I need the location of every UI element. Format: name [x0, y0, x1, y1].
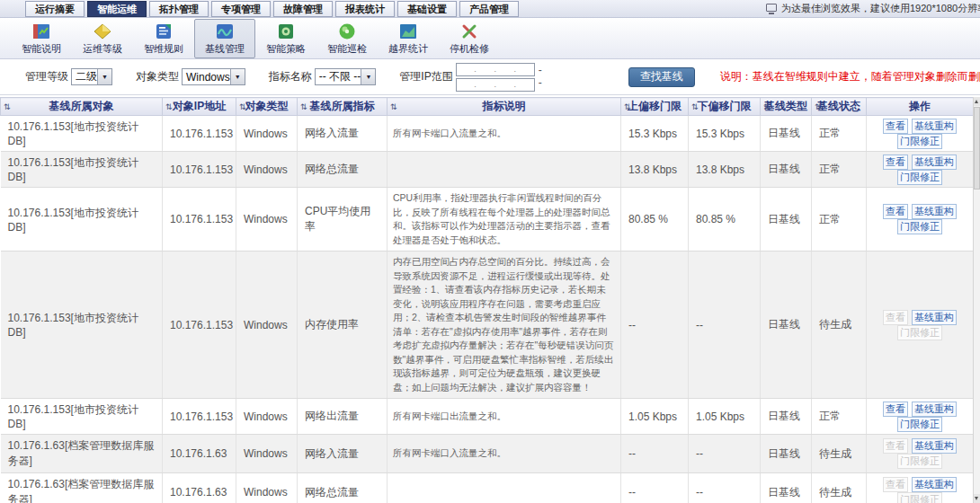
cell-ip: 10.176.1.153	[163, 116, 236, 152]
metric-name-select[interactable]: -- 不限 -- ▼	[315, 68, 377, 85]
rebuild-link[interactable]: 基线重构	[912, 154, 957, 170]
sort-icon[interactable]: ⇅	[165, 102, 173, 111]
rebuild-link[interactable]: 基线重构	[912, 119, 957, 134]
cell-upper: --	[621, 435, 689, 473]
toolbar-item-label: 智能策略	[266, 42, 306, 56]
object-type-label: 对象类型	[136, 69, 179, 84]
cell-actions: 查看基线重构门限修正	[867, 152, 974, 188]
view-link[interactable]: 查看	[883, 204, 908, 219]
nav-tab-0[interactable]: 运行摘要	[25, 1, 85, 17]
fix-link[interactable]: 门限修正	[897, 219, 942, 234]
view-link[interactable]: 查看	[883, 402, 908, 417]
cell-actions: 查看基线重构门限修正	[867, 188, 974, 252]
nav-tab-3[interactable]: 专项管理	[211, 1, 271, 17]
filter-bar: 管理等级 二级 ▼ 对象类型 Windows ▼ 指标名称 -- 不限 -- ▼…	[0, 59, 980, 95]
toolbar-item-2[interactable]: 智维规则	[133, 19, 194, 58]
col-header-6[interactable]: ⇅下偏移门限	[689, 98, 761, 116]
toolbar-item-1[interactable]: 运维等级	[72, 19, 133, 58]
nav-tab-4[interactable]: 故障管理	[273, 1, 333, 17]
cell-desc: 所有网卡端口入流量之和。	[388, 435, 621, 473]
table-row: 10.176.1.153[地市投资统计DB]10.176.1.153Window…	[1, 152, 974, 188]
col-header-1[interactable]: ⇅对象IP地址	[163, 98, 236, 116]
view-link: 查看	[883, 477, 908, 492]
toolbar-item-6[interactable]: 越界统计	[378, 19, 439, 58]
level-select-value: 二级	[72, 69, 97, 84]
view-link[interactable]: 查看	[883, 154, 908, 170]
toolbar-item-0[interactable]: 智能说明	[11, 19, 72, 58]
level-label: 管理等级	[25, 69, 68, 84]
scroll-thumb[interactable]	[974, 107, 980, 190]
cell-type: Windows	[236, 188, 298, 252]
cell-object: 10.176.1.63[档案管理数据库服务器]	[1, 435, 163, 473]
patrol-icon	[337, 22, 357, 41]
object-type-select-value: Windows	[183, 71, 230, 84]
nav-tab-2[interactable]: 拓扑管理	[149, 1, 209, 17]
cell-metric: 网络总流量	[298, 473, 388, 503]
cell-object: 10.176.1.153[地市投资统计DB]	[1, 252, 163, 399]
rebuild-link[interactable]: 基线重构	[912, 310, 957, 325]
cell-status: 正常	[812, 188, 867, 252]
fix-link: 门限修正	[897, 492, 942, 503]
ip-range-end-input[interactable]: ...	[456, 78, 535, 92]
cell-lower: 1.05 Kbps	[689, 399, 761, 435]
fix-link[interactable]: 门限修正	[897, 170, 942, 185]
fix-link[interactable]: 门限修正	[897, 134, 942, 149]
col-header-5[interactable]: ⇅上偏移门限	[621, 98, 689, 116]
nav-tabs: 运行摘要智能运维拓扑管理专项管理故障管理报表统计基础设置产品管理	[25, 1, 521, 17]
rebuild-link[interactable]: 基线重构	[912, 438, 957, 454]
cell-type: Windows	[236, 435, 298, 473]
table-row: 10.176.1.153[地市投资统计DB]10.176.1.153Window…	[1, 399, 974, 435]
nav-tab-5[interactable]: 报表统计	[335, 1, 395, 17]
repair-icon	[459, 22, 479, 41]
baseline-table-wrap: ⇅基线所属对象⇅对象IP地址⇅对象类型⇅基线所属指标⇅指标说明⇅上偏移门限⇅下偏…	[0, 97, 973, 503]
search-baseline-button[interactable]: 查找基线	[628, 67, 695, 87]
col-header-4[interactable]: ⇅指标说明	[388, 98, 621, 116]
level-select[interactable]: 二级 ▼	[71, 68, 112, 85]
fix-link[interactable]: 门限修正	[897, 417, 942, 432]
sort-icon[interactable]: ⇅	[390, 102, 397, 111]
ip-range-start-input[interactable]: ...	[456, 63, 535, 76]
sort-icon[interactable]: ⇅	[691, 102, 699, 111]
nav-tab-7[interactable]: 产品管理	[459, 1, 519, 17]
col-header-8[interactable]: ⇅基线状态	[812, 98, 867, 116]
rebuild-link[interactable]: 基线重构	[912, 477, 957, 492]
col-header-9: 操作	[867, 98, 974, 116]
rebuild-link[interactable]: 基线重构	[912, 402, 957, 417]
table-row: 10.176.1.153[地市投资统计DB]10.176.1.153Window…	[1, 116, 974, 152]
sort-icon[interactable]: ⇅	[624, 102, 631, 111]
col-header-3[interactable]: ⇅基线所属指标	[298, 98, 388, 116]
col-header-7[interactable]: ⇅基线类型	[761, 98, 812, 116]
strategy-icon	[276, 22, 296, 41]
cell-type: Windows	[236, 152, 298, 188]
cell-actions: 查看基线重构门限修正	[867, 399, 974, 435]
cell-status: 正常	[812, 116, 867, 152]
rebuild-link[interactable]: 基线重构	[912, 204, 957, 219]
toolbar-item-4[interactable]: 智能策略	[255, 19, 316, 58]
sort-icon[interactable]: ⇅	[763, 102, 771, 111]
toolbar-item-5[interactable]: 智能巡检	[316, 19, 378, 58]
object-type-select[interactable]: Windows ▼	[182, 68, 245, 85]
cell-object: 10.176.1.63[档案管理数据库服务器]	[1, 473, 163, 503]
cell-status: 待生成	[812, 252, 867, 399]
vertical-scrollbar[interactable]	[973, 97, 980, 503]
monitor-icon	[766, 4, 777, 12]
col-header-2[interactable]: ⇅对象类型	[236, 98, 298, 116]
view-link[interactable]: 查看	[883, 119, 908, 134]
col-header-label: 基线类型	[764, 100, 807, 112]
sort-icon[interactable]: ⇅	[815, 102, 822, 111]
nav-tab-1[interactable]: 智能运维	[87, 1, 147, 17]
sort-icon[interactable]: ⇅	[239, 102, 246, 111]
view-link: 查看	[883, 438, 908, 454]
sort-icon[interactable]: ⇅	[300, 102, 307, 111]
nav-tab-6[interactable]: 基础设置	[397, 1, 457, 17]
col-header-label: 基线状态	[817, 100, 860, 112]
sort-icon[interactable]: ⇅	[4, 102, 11, 111]
toolbar-item-7[interactable]: 停机检修	[439, 19, 500, 58]
cell-status: 待生成	[812, 435, 867, 473]
scroll-down-arrow-icon[interactable]	[974, 494, 980, 503]
toolbar-item-3[interactable]: 基线管理	[194, 19, 255, 58]
cell-actions: 查看基线重构门限修正	[867, 473, 974, 503]
cell-status: 待生成	[812, 473, 867, 503]
col-header-0[interactable]: ⇅基线所属对象	[1, 98, 163, 116]
scroll-up-arrow-icon[interactable]	[974, 97, 980, 106]
